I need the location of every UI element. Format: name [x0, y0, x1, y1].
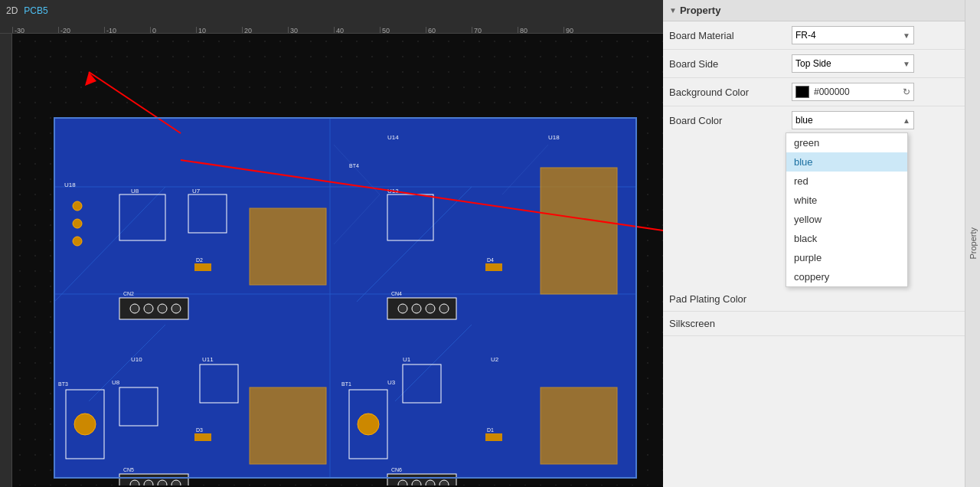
board-color-value: blue ▲	[792, 111, 959, 129]
svg-text:U1: U1	[403, 356, 411, 363]
board-side-arrow: ▼	[903, 60, 910, 68]
board-side-value: Top Side ▼	[792, 54, 959, 73]
svg-point-16	[73, 201, 82, 211]
svg-rect-34	[541, 168, 617, 294]
background-color-label: Background Color	[669, 87, 792, 98]
svg-point-17	[73, 219, 82, 228]
svg-text:BT1: BT1	[341, 381, 351, 387]
dropdown-item-red[interactable]: red	[786, 172, 907, 191]
tick-7: 30	[288, 27, 334, 33]
svg-text:U18: U18	[548, 134, 560, 141]
board-side-row: Board Side Top Side ▼	[663, 50, 965, 78]
svg-rect-29	[194, 263, 211, 271]
ruler-vertical	[0, 34, 12, 487]
svg-text:U18: U18	[64, 181, 76, 188]
board-material-row: Board Material FR-4 ▼	[663, 21, 965, 50]
dropdown-item-yellow[interactable]: yellow	[786, 210, 907, 229]
svg-text:CN2: CN2	[123, 291, 134, 296]
tick-3: -10	[104, 27, 150, 33]
svg-text:U8: U8	[131, 188, 139, 194]
svg-text:U14: U14	[387, 134, 399, 141]
tick-10: 60	[426, 27, 472, 33]
svg-point-27	[74, 413, 96, 435]
pad-plating-color-row: Pad Plating Color	[663, 287, 965, 312]
dropdown-item-black[interactable]: black	[786, 229, 907, 248]
ruler-ticks: -30 -20 -10 0 10 20 30 40 50 60 70 80 90	[0, 21, 609, 33]
svg-text:CN4: CN4	[391, 291, 402, 296]
board-material-select-value: FR-4	[795, 30, 816, 41]
panel-header: ▼ Property	[663, 0, 965, 21]
svg-rect-43	[485, 263, 502, 271]
board-color-label: Board Color	[669, 115, 792, 126]
svg-point-54	[130, 480, 139, 485]
svg-point-40	[439, 304, 449, 313]
svg-rect-49	[250, 387, 326, 464]
ruler-horizontal: -30 -20 -10 0 10 20 30 40 50 60 70 80 90	[0, 21, 663, 34]
board-color-arrow: ▲	[903, 116, 910, 125]
board-side-select[interactable]: Top Side ▼	[792, 54, 914, 73]
background-color-value: #000000 ↻	[792, 83, 959, 101]
svg-rect-51	[194, 433, 211, 441]
canvas-area: 2D PCB5 -30 -20 -10 0 10 20 30 40 50 60 …	[0, 0, 663, 487]
tick-1: -30	[12, 27, 58, 33]
svg-text:U7: U7	[192, 188, 201, 194]
svg-point-72	[426, 480, 435, 485]
board-side-select-value: Top Side	[795, 58, 831, 69]
svg-text:U10: U10	[131, 356, 142, 363]
pad-plating-color-label: Pad Plating Color	[669, 293, 792, 305]
refresh-icon[interactable]: ↻	[903, 87, 910, 97]
svg-point-23	[158, 304, 167, 313]
svg-point-57	[172, 480, 181, 485]
silkscreen-label: Silkscreen	[669, 318, 792, 329]
board-material-label: Board Material	[669, 30, 792, 41]
board-side-label: Board Side	[669, 58, 792, 70]
svg-point-37	[398, 304, 407, 313]
pcb-board-area[interactable]: U18 U8 U7 CN2 BT3 D2	[12, 34, 663, 487]
board-color-select[interactable]: blue ▲	[792, 111, 914, 129]
board-material-value: FR-4 ▼	[792, 26, 959, 44]
svg-point-38	[412, 304, 421, 313]
property-panel: ▼ Property Board Material FR-4 ▼ Board S…	[663, 0, 965, 487]
board-material-select[interactable]: FR-4 ▼	[792, 26, 914, 44]
background-color-row: Background Color #000000 ↻	[663, 78, 965, 106]
property-side-tab[interactable]: Property	[965, 0, 980, 487]
svg-point-65	[358, 413, 379, 435]
dropdown-item-coppery[interactable]: coppery	[786, 267, 907, 286]
collapse-icon[interactable]: ▼	[669, 6, 677, 15]
board-color-select-value: blue	[795, 115, 813, 126]
svg-text:CN6: CN6	[391, 467, 402, 472]
background-color-swatch	[795, 86, 809, 98]
tick-5: 10	[196, 27, 242, 33]
panel-title: Property	[680, 5, 720, 16]
svg-rect-74	[250, 208, 326, 285]
svg-point-18	[73, 237, 82, 246]
svg-rect-62	[541, 387, 617, 464]
svg-text:U8: U8	[112, 379, 120, 386]
svg-point-21	[130, 304, 139, 313]
svg-point-55	[144, 480, 153, 485]
dropdown-item-green[interactable]: green	[786, 133, 907, 152]
toolbar: 2D PCB5	[0, 0, 663, 21]
svg-text:D2: D2	[196, 257, 203, 263]
svg-point-39	[426, 304, 435, 313]
dropdown-item-purple[interactable]: purple	[786, 248, 907, 267]
tick-4: 0	[150, 27, 196, 33]
svg-text:D4: D4	[487, 257, 494, 263]
svg-text:U2: U2	[491, 356, 499, 363]
board-color-dropdown: green blue red white yellow black purple…	[786, 132, 908, 287]
dropdown-item-white[interactable]: white	[786, 191, 907, 210]
toolbar-filename[interactable]: PCB5	[24, 5, 47, 16]
dropdown-item-blue[interactable]: blue	[786, 152, 907, 172]
svg-point-73	[439, 480, 449, 485]
svg-text:BT4: BT4	[349, 163, 359, 168]
tick-8: 40	[334, 27, 380, 33]
svg-point-22	[144, 304, 153, 313]
pcb-svg: U18 U8 U7 CN2 BT3 D2	[12, 34, 663, 485]
board-material-arrow: ▼	[903, 31, 910, 40]
tick-11: 70	[472, 27, 518, 33]
svg-point-70	[398, 480, 407, 485]
background-color-control[interactable]: #000000 ↻	[792, 83, 914, 101]
right-panel: ▼ Property Board Material FR-4 ▼ Board S…	[663, 0, 980, 487]
tick-12: 80	[518, 27, 564, 33]
svg-text:BT3: BT3	[58, 381, 68, 387]
